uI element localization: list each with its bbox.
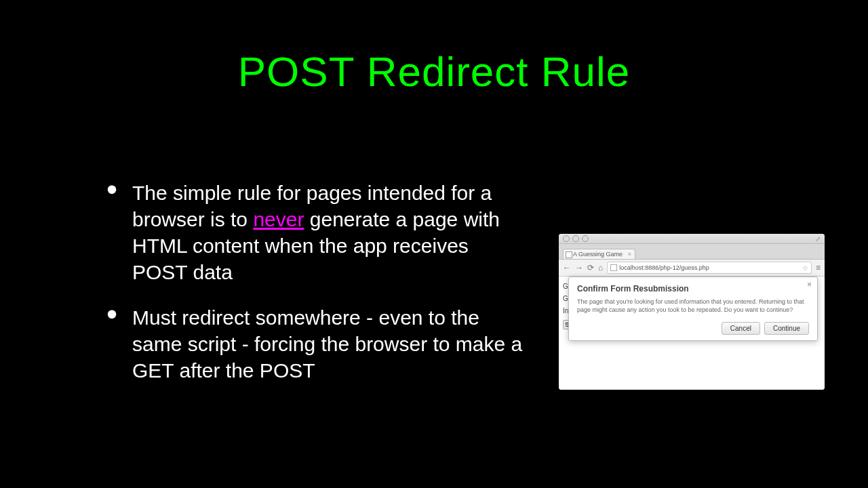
bullet-1-highlight: never bbox=[253, 208, 304, 230]
menu-icon[interactable]: ≡ bbox=[816, 263, 821, 272]
url-text: localhost:8886/php-12/guess.php bbox=[619, 264, 709, 271]
continue-button[interactable]: Continue bbox=[764, 322, 809, 335]
tab-strip: A Guessing Game × bbox=[559, 244, 825, 260]
dialog-line1: The page that you're looking for used in… bbox=[577, 298, 757, 305]
browser-tab[interactable]: A Guessing Game × bbox=[563, 249, 635, 259]
traffic-light-icon bbox=[582, 235, 589, 242]
traffic-light-icon bbox=[563, 235, 570, 242]
dialog-line3: Do you want to continue? bbox=[724, 306, 793, 313]
tab-title: A Guessing Game bbox=[573, 251, 623, 258]
cancel-button[interactable]: Cancel bbox=[722, 322, 760, 335]
slide: POST Redirect Rule • The simple rule for… bbox=[0, 47, 868, 488]
bullet-list: • The simple rule for pages intended for… bbox=[92, 180, 526, 403]
confirm-dialog: × Confirm Form Resubmission The page tha… bbox=[568, 277, 818, 341]
forward-icon[interactable]: → bbox=[575, 263, 583, 272]
address-input[interactable]: localhost:8886/php-12/guess.php ☆ bbox=[607, 262, 812, 274]
bullet-text-1: The simple rule for pages intended for a… bbox=[132, 180, 526, 285]
page-icon bbox=[566, 251, 572, 258]
dialog-title: Confirm Form Resubmission bbox=[577, 284, 809, 293]
site-icon bbox=[610, 264, 617, 271]
bookmark-star-icon[interactable]: ☆ bbox=[802, 264, 808, 272]
slide-title: POST Redirect Rule bbox=[0, 47, 868, 96]
bullet-text-2: Must redirect somewhere - even to the sa… bbox=[132, 304, 526, 384]
embedded-browser-window: ⤢ A Guessing Game × ← → ⟳ ⌂ localhost:88… bbox=[559, 234, 825, 390]
close-icon[interactable]: × bbox=[628, 251, 631, 258]
list-item: • Must redirect somewhere - even to the … bbox=[92, 304, 526, 384]
traffic-light-icon bbox=[572, 235, 579, 242]
dialog-body: The page that you're looking for used in… bbox=[577, 298, 809, 314]
bullet-icon: • bbox=[92, 180, 132, 199]
window-titlebar: ⤢ bbox=[559, 234, 825, 244]
address-bar-row: ← → ⟳ ⌂ localhost:8886/php-12/guess.php … bbox=[559, 260, 825, 277]
reload-icon[interactable]: ⟳ bbox=[587, 263, 594, 272]
dialog-button-row: Cancel Continue bbox=[577, 322, 809, 335]
page-body: G G In S × Confirm Form Resubmission The… bbox=[559, 277, 825, 390]
back-icon[interactable]: ← bbox=[563, 263, 571, 272]
bullet-icon: • bbox=[92, 304, 132, 323]
close-icon[interactable]: × bbox=[807, 280, 812, 289]
list-item: • The simple rule for pages intended for… bbox=[92, 180, 526, 285]
expand-icon: ⤢ bbox=[815, 235, 821, 243]
home-icon[interactable]: ⌂ bbox=[598, 263, 603, 272]
